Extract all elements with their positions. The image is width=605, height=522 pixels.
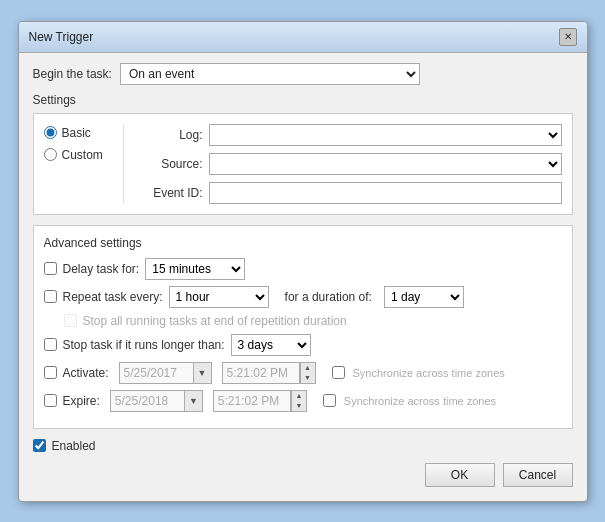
expire-sync-checkbox[interactable] (323, 394, 336, 407)
activate-date-input[interactable] (119, 362, 194, 384)
activate-checkbox[interactable] (44, 366, 57, 379)
advanced-settings-box: Advanced settings Delay task for: 15 min… (33, 225, 573, 429)
activate-sync-wrapper: Synchronize across time zones (332, 366, 505, 379)
duration-dropdown[interactable]: 1 day Indefinitely 12 hours (384, 286, 464, 308)
fields-column: Log: Source: Event ID: (124, 124, 562, 204)
expire-sync-wrapper: Synchronize across time zones (323, 394, 496, 407)
repeat-label: Repeat task every: (63, 290, 163, 304)
repeat-row: Repeat task every: 1 hour 5 minutes 15 m… (44, 286, 562, 308)
stop-task-label: Stop task if it runs longer than: (63, 338, 225, 352)
ok-button[interactable]: OK (425, 463, 495, 487)
eventid-row: Event ID: (138, 182, 562, 204)
log-dropdown[interactable] (209, 124, 562, 146)
activate-row: Activate: ▼ ▲ ▼ Synchronize across time … (44, 362, 562, 384)
stop-all-checkbox[interactable] (64, 314, 77, 327)
source-dropdown[interactable] (209, 153, 562, 175)
radio-basic-input[interactable] (44, 126, 57, 139)
begin-dropdown[interactable]: On an event (120, 63, 420, 85)
radio-custom-label: Custom (62, 148, 103, 162)
expire-cal-button[interactable]: ▼ (185, 390, 203, 412)
activate-label: Activate: (63, 366, 109, 380)
begin-label: Begin the task: (33, 67, 112, 81)
activate-sync-checkbox[interactable] (332, 366, 345, 379)
activate-time-wrapper: ▲ ▼ (222, 362, 316, 384)
expire-spin-button[interactable]: ▲ ▼ (291, 390, 307, 412)
expire-sync-label: Synchronize across time zones (344, 395, 496, 407)
new-trigger-dialog: New Trigger ✕ Begin the task: On an even… (18, 21, 588, 502)
expire-label: Expire: (63, 394, 100, 408)
activate-sync-label: Synchronize across time zones (353, 367, 505, 379)
activate-cal-button[interactable]: ▼ (194, 362, 212, 384)
expire-time-wrapper: ▲ ▼ (213, 390, 307, 412)
duration-label: for a duration of: (285, 290, 372, 304)
settings-label: Settings (33, 93, 573, 107)
close-button[interactable]: ✕ (559, 28, 577, 46)
expire-date-input[interactable] (110, 390, 185, 412)
radio-custom[interactable]: Custom (44, 148, 109, 162)
expire-checkbox[interactable] (44, 394, 57, 407)
enabled-checkbox[interactable] (33, 439, 46, 452)
activate-time-input[interactable] (222, 362, 300, 384)
activate-spin-button[interactable]: ▲ ▼ (300, 362, 316, 384)
radio-basic[interactable]: Basic (44, 126, 109, 140)
advanced-title: Advanced settings (44, 236, 562, 250)
settings-box: Basic Custom Log: Source: (33, 113, 573, 215)
stop-task-dropdown[interactable]: 3 days 1 hour 2 hours 1 day (231, 334, 311, 356)
stop-all-row: Stop all running tasks at end of repetit… (44, 314, 562, 328)
delay-label: Delay task for: (63, 262, 140, 276)
enabled-row: Enabled (33, 439, 573, 453)
button-row: OK Cancel (33, 463, 573, 491)
log-label: Log: (138, 128, 203, 142)
eventid-label: Event ID: (138, 186, 203, 200)
dialog-title: New Trigger (29, 30, 94, 44)
eventid-input[interactable] (209, 182, 562, 204)
delay-dropdown[interactable]: 15 minutes 30 minutes 1 hour (145, 258, 245, 280)
dialog-body: Begin the task: On an event Settings Bas… (19, 53, 587, 501)
radio-column: Basic Custom (44, 124, 124, 204)
delay-checkbox[interactable] (44, 262, 57, 275)
log-row: Log: (138, 124, 562, 146)
repeat-dropdown[interactable]: 1 hour 5 minutes 15 minutes 30 minutes (169, 286, 269, 308)
begin-row: Begin the task: On an event (33, 63, 573, 85)
radio-basic-label: Basic (62, 126, 91, 140)
radio-custom-input[interactable] (44, 148, 57, 161)
enabled-label: Enabled (52, 439, 96, 453)
cancel-button[interactable]: Cancel (503, 463, 573, 487)
activate-date-wrapper: ▼ (119, 362, 212, 384)
title-bar: New Trigger ✕ (19, 22, 587, 53)
delay-row: Delay task for: 15 minutes 30 minutes 1 … (44, 258, 562, 280)
expire-date-wrapper: ▼ (110, 390, 203, 412)
stop-task-row: Stop task if it runs longer than: 3 days… (44, 334, 562, 356)
expire-time-input[interactable] (213, 390, 291, 412)
source-label: Source: (138, 157, 203, 171)
expire-row: Expire: ▼ ▲ ▼ Synchronize across time zo… (44, 390, 562, 412)
source-row: Source: (138, 153, 562, 175)
stop-all-label: Stop all running tasks at end of repetit… (83, 314, 347, 328)
repeat-checkbox[interactable] (44, 290, 57, 303)
stop-task-checkbox[interactable] (44, 338, 57, 351)
